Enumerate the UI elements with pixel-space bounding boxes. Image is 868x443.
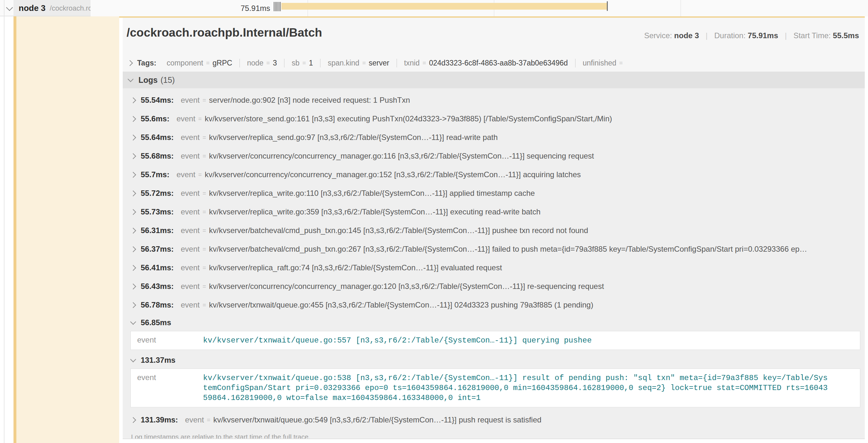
log-entries: 55.54ms: event = server/node.go:902 [n3]…	[123, 91, 865, 429]
equals-sign: =	[619, 59, 623, 66]
duration-value: 75.91ms	[748, 31, 778, 40]
log-entry-row[interactable]: 56.31ms: event = kv/kvserver/batcheval/c…	[123, 221, 865, 240]
logs-accordion-toggle[interactable]: Logs (15)	[123, 72, 865, 88]
tag-item[interactable]: unfinished =	[575, 59, 633, 67]
log-entry-row[interactable]: 55.73ms: event = kv/kvserver/replica_wri…	[123, 203, 865, 221]
span-end-marker	[607, 1, 608, 11]
start-time-label: Start Time:	[794, 31, 831, 40]
log-message: kv/kvserver/txnwait/queue.go:549 [n3,s3,…	[213, 415, 541, 424]
tag-key: node	[247, 59, 264, 67]
start-time-value: 55.5ms	[833, 31, 859, 40]
tag-item[interactable]: node = 3	[239, 59, 284, 67]
equals-sign: =	[423, 59, 426, 66]
log-field-key: event	[181, 189, 200, 198]
logs-body: 55.54ms: event = server/node.go:902 [n3]…	[123, 88, 865, 439]
tag-value: gRPC	[213, 59, 232, 67]
logs-footer-note: Log timestamps are relative to the start…	[123, 429, 865, 439]
timeline-grid-divider	[680, 0, 681, 16]
chevron-right-icon	[130, 417, 136, 423]
log-field-key: event	[131, 373, 203, 382]
log-timestamp: 56.37ms:	[141, 245, 174, 253]
log-timestamp: 131.39ms:	[141, 415, 178, 424]
log-entry-row[interactable]: 55.6ms: event = kv/kvserver/store_send.g…	[123, 109, 865, 128]
log-entry-row[interactable]: 56.41ms: event = kv/kvserver/replica_raf…	[123, 259, 865, 277]
log-field-key: event	[181, 263, 200, 272]
log-timestamp: 55.64ms:	[141, 133, 174, 142]
log-entry-collapse-toggle[interactable]: 131.37ms	[123, 353, 865, 367]
span-meta-summary: Service: node 3 | Duration: 75.91ms | St…	[644, 31, 859, 40]
tags-accordion-toggle[interactable]: Tags: component = gRPC node = 3 sb = 1 s…	[123, 56, 865, 70]
log-message: kv/kvserver/concurrency/concurrency_mana…	[209, 282, 604, 291]
log-timestamp: 55.54ms:	[141, 96, 174, 105]
log-field-key: event	[181, 245, 200, 253]
span-duration-bar[interactable]	[281, 3, 607, 10]
equals-sign: =	[203, 190, 206, 197]
logs-count: (15)	[161, 75, 175, 85]
log-timestamp: 55.72ms:	[141, 189, 174, 198]
log-entry-row[interactable]: 131.39ms: event = kv/kvserver/txnwait/qu…	[123, 411, 865, 429]
tag-value: 1	[309, 59, 313, 67]
log-entry-row[interactable]: 56.43ms: event = kv/kvserver/concurrency…	[123, 277, 865, 296]
equals-sign: =	[203, 283, 206, 290]
tag-value: server	[369, 59, 389, 67]
equals-sign: =	[266, 59, 270, 66]
span-duration-label: 75.91ms	[207, 4, 270, 13]
log-entry-row[interactable]: 55.64ms: event = kv/kvserver/replica_sen…	[123, 128, 865, 147]
log-message: kv/kvserver/txnwait/queue.go:455 [n3,s3,…	[209, 301, 593, 309]
log-field-key: event	[181, 151, 200, 161]
log-field-key: event	[181, 96, 200, 105]
span-service-name: node 3	[19, 3, 45, 13]
log-message: kv/kvserver/replica_write.go:110 [n3,s3,…	[209, 189, 535, 198]
span-detail-header: /cockroach.roachpb.Internal/Batch Servic…	[123, 18, 865, 54]
log-field-key: event	[181, 226, 200, 235]
jaeger-trace-span-detail-view: node 3 /cockroach.roach… 75.91ms /cockro…	[0, 0, 868, 443]
tag-item[interactable]: txnid = 024d3323-6c8f-4863-aa8b-37ab0e63…	[396, 59, 575, 67]
tag-item[interactable]: sb = 1	[284, 59, 320, 67]
log-field-key: event	[185, 415, 204, 424]
detail-row-name-column	[17, 16, 119, 443]
log-entry-row[interactable]: 56.78ms: event = kv/kvserver/txnwait/que…	[123, 296, 865, 314]
detail-row-accent-strip	[13, 16, 17, 443]
log-entry-row[interactable]: 55.68ms: event = kv/kvserver/concurrency…	[123, 147, 865, 165]
log-timestamp: 56.41ms:	[141, 263, 174, 272]
equals-sign: =	[207, 416, 210, 423]
equals-sign: =	[198, 115, 202, 122]
chevron-right-icon	[127, 60, 133, 66]
equals-sign: =	[203, 227, 206, 234]
chevron-right-icon	[130, 135, 136, 140]
log-timestamp: 55.73ms:	[141, 207, 174, 216]
tag-value: 3	[273, 59, 277, 67]
tag-item[interactable]: span.kind = server	[320, 59, 396, 67]
logs-title: Logs	[138, 75, 158, 85]
log-field-value: kv/kvserver/txnwait/queue.go:538 [n3,s3,…	[203, 373, 829, 403]
span-name-tab[interactable]: node 3 /cockroach.roach…	[13, 0, 91, 16]
meta-separator: |	[701, 31, 712, 40]
duration-label: Duration:	[714, 31, 746, 40]
log-entry-row[interactable]: 55.72ms: event = kv/kvserver/replica_wri…	[123, 184, 865, 203]
log-timestamp: 55.68ms:	[141, 151, 174, 161]
collapse-span-chevron-icon[interactable]	[7, 5, 12, 11]
chevron-right-icon	[130, 265, 136, 271]
chevron-down-icon	[130, 319, 136, 325]
log-field-key: event	[176, 114, 195, 123]
tag-item[interactable]: component = gRPC	[160, 59, 239, 67]
chevron-right-icon	[130, 302, 136, 308]
log-entry-collapse-toggle[interactable]: 56.85ms	[123, 315, 865, 330]
tag-key: component	[167, 59, 203, 67]
equals-sign: =	[203, 208, 206, 215]
equals-sign: =	[203, 97, 206, 104]
log-detail-box: event kv/kvserver/txnwait/queue.go:538 […	[130, 369, 860, 407]
tag-key: span.kind	[328, 59, 359, 67]
equals-sign: =	[203, 301, 206, 308]
chevron-right-icon	[130, 283, 136, 289]
chevron-right-icon	[130, 190, 136, 196]
log-entry-row[interactable]: 56.37ms: event = kv/kvserver/batcheval/c…	[123, 240, 865, 259]
log-entry-row[interactable]: 55.54ms: event = server/node.go:902 [n3]…	[123, 91, 865, 109]
log-tick-marks	[274, 2, 281, 11]
tags-label: Tags:	[137, 59, 156, 67]
chevron-down-icon	[127, 76, 133, 82]
log-message: kv/kvserver/replica_write.go:359 [n3,s3,…	[209, 207, 541, 216]
log-field-key: event	[181, 301, 200, 309]
log-detail-box: event kv/kvserver/txnwait/queue.go:557 […	[130, 331, 860, 350]
log-entry-row[interactable]: 55.7ms: event = kv/kvserver/concurrency/…	[123, 165, 865, 184]
